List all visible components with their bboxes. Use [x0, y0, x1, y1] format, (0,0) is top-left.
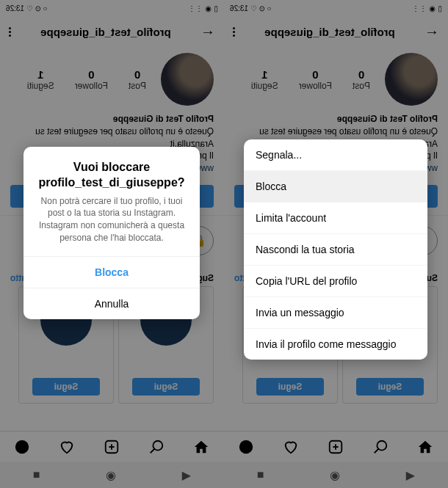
menu-item-restrict[interactable]: Limita l'account	[245, 203, 428, 234]
dialog-confirm-button[interactable]: Blocca	[24, 256, 200, 288]
phone-right: ▯◉⋮⋮ ○ ⊙ ♡13:26 ← profilo_test_di_giusep…	[224, 0, 448, 488]
dialog-cancel-button[interactable]: Annulla	[24, 288, 200, 319]
phone-left: ▯◉⋮⋮ ○ ⊙ ♡13:26 ← profilo_test_di_giusep…	[0, 0, 224, 488]
menu-item-block[interactable]: Blocca	[245, 171, 428, 203]
menu-item-report[interactable]: Segnala...	[245, 139, 428, 171]
dialog-body: Non potrà cercare il tuo profilo, i tuoi…	[24, 195, 200, 256]
dialog-title: Vuoi bloccareprofilo_test_di_giuseppe?	[24, 147, 200, 195]
block-confirm-dialog: Vuoi bloccareprofilo_test_di_giuseppe? N…	[24, 147, 200, 319]
menu-item-send-profile[interactable]: Invia il profilo come messaggio	[245, 329, 428, 360]
profile-action-menu: Segnala... Blocca Limita l'account Nasco…	[245, 139, 428, 360]
menu-item-hide-story[interactable]: Nascondi la tua storia	[245, 234, 428, 266]
menu-item-send-message[interactable]: Invia un messaggio	[245, 297, 428, 329]
menu-item-copy-url[interactable]: Copia l'URL del profilo	[245, 266, 428, 297]
